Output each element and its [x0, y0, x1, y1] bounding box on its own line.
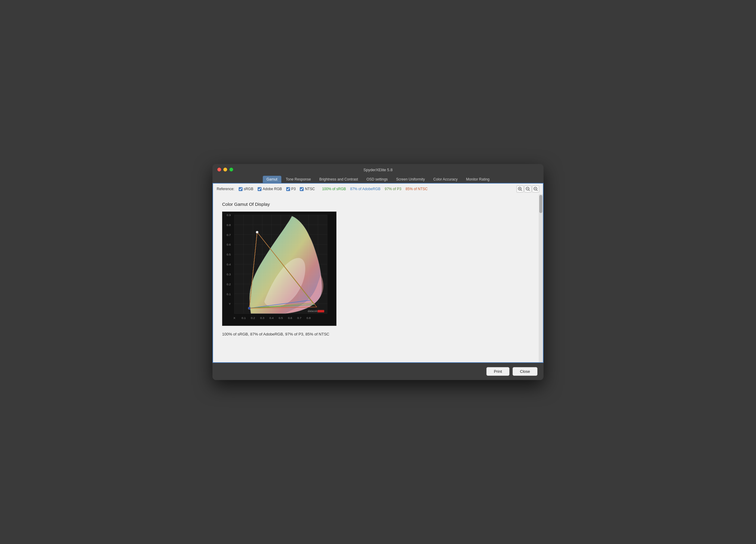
zoom-out-button[interactable]: [524, 185, 531, 193]
svg-text:0.5: 0.5: [227, 253, 231, 256]
svg-text:0.1: 0.1: [227, 292, 231, 296]
ntsc-coverage: 85% of NTSC: [406, 187, 428, 191]
svg-text:0.2: 0.2: [251, 316, 255, 320]
svg-text:0.9: 0.9: [227, 213, 231, 217]
p3-checkbox[interactable]: [286, 187, 290, 191]
svg-text:0.8: 0.8: [227, 223, 231, 227]
tab-osd-settings[interactable]: OSD settings: [363, 176, 392, 183]
svg-text:0.7: 0.7: [227, 233, 231, 236]
footer-bar: Print Close: [212, 363, 544, 380]
p3-coverage: 97% of P3: [385, 187, 401, 191]
zoom-reset-button[interactable]: [532, 185, 539, 193]
svg-text:0.2: 0.2: [227, 283, 231, 286]
coverage-items: 100% of sRGB 87% of AdobeRGB 97% of P3 8…: [322, 187, 428, 191]
svg-text:0.7: 0.7: [297, 316, 302, 320]
svg-text:0.6: 0.6: [288, 316, 292, 320]
zoom-in-icon: [518, 187, 522, 191]
srgb-coverage: 100% of sRGB: [322, 187, 346, 191]
svg-text:X: X: [233, 316, 235, 320]
svg-text:0.3: 0.3: [260, 316, 264, 320]
p3-label: P3: [291, 187, 296, 191]
close-button[interactable]: [217, 168, 221, 172]
tab-color-accuracy[interactable]: Color Accuracy: [429, 176, 462, 183]
tab-tone-response[interactable]: Tone Response: [282, 176, 315, 183]
ntsc-checkbox[interactable]: [300, 187, 304, 191]
gamut-description: 100% of sRGB, 87% of AdobeRGB, 97% of P3…: [222, 332, 534, 336]
maximize-button[interactable]: [229, 168, 233, 172]
tab-gamut[interactable]: Gamut: [263, 176, 281, 183]
svg-point-8: [535, 188, 536, 189]
svg-text:0.4: 0.4: [227, 263, 231, 266]
scrollbar-track[interactable]: [539, 194, 543, 362]
svg-rect-60: [318, 310, 324, 312]
application-window: SpyderXElite 5.8 Gamut Tone Response Bri…: [212, 164, 544, 380]
adobe-rgb-checkbox[interactable]: [258, 187, 262, 191]
svg-point-57: [256, 231, 258, 233]
ntsc-label: NTSC: [305, 187, 315, 191]
adobe-coverage: 87% of AdobeRGB: [350, 187, 381, 191]
reference-bar: Reference: sRGB Adobe RGB P3 NTSC 100% o…: [212, 183, 544, 194]
svg-line-3: [521, 190, 522, 191]
content-area: Color Gamut Of Display: [212, 194, 544, 363]
p3-checkbox-item[interactable]: P3: [286, 187, 296, 191]
svg-point-58: [248, 307, 251, 309]
zoom-controls: [516, 185, 539, 193]
srgb-checkbox[interactable]: [239, 187, 243, 191]
adobe-rgb-checkbox-item[interactable]: Adobe RGB: [258, 187, 282, 191]
title-bar: SpyderXElite 5.8: [212, 164, 544, 175]
zoom-out-icon: [526, 187, 530, 191]
zoom-in-button[interactable]: [516, 185, 524, 193]
svg-text:0.8: 0.8: [307, 316, 311, 320]
tab-bar: Gamut Tone Response Brightness and Contr…: [212, 175, 544, 183]
svg-line-9: [537, 190, 538, 191]
gamut-chart: 0.9 0.8 0.7 0.6 0.5 0.4 0.3 0.2 0.1 Y X …: [222, 212, 336, 326]
srgb-label: sRGB: [244, 187, 253, 191]
svg-line-6: [529, 190, 530, 191]
window-title: SpyderXElite 5.8: [364, 168, 393, 172]
close-button-footer[interactable]: Close: [513, 367, 538, 376]
srgb-checkbox-item[interactable]: sRGB: [239, 187, 253, 191]
svg-text:Y: Y: [229, 302, 231, 305]
traffic-lights: [217, 168, 233, 172]
adobe-rgb-label: Adobe RGB: [263, 187, 282, 191]
svg-text:0.1: 0.1: [242, 316, 246, 320]
tab-screen-uniformity[interactable]: Screen Uniformity: [392, 176, 429, 183]
svg-text:datacolor: datacolor: [308, 310, 319, 313]
tab-monitor-rating[interactable]: Monitor Rating: [462, 176, 493, 183]
tab-brightness-contrast[interactable]: Brightness and Contrast: [315, 176, 362, 183]
scrollbar-thumb[interactable]: [539, 195, 542, 213]
svg-text:0.3: 0.3: [227, 273, 231, 276]
svg-text:0.4: 0.4: [269, 316, 274, 320]
svg-text:0.5: 0.5: [279, 316, 283, 320]
section-title: Color Gamut Of Display: [222, 202, 534, 207]
cie-chart-svg: 0.9 0.8 0.7 0.6 0.5 0.4 0.3 0.2 0.1 Y X …: [222, 212, 336, 326]
reference-label: Reference:: [217, 187, 234, 191]
minimize-button[interactable]: [223, 168, 227, 172]
zoom-reset-icon: [534, 187, 538, 191]
print-button[interactable]: Print: [486, 367, 510, 376]
svg-text:0.6: 0.6: [227, 243, 231, 246]
ntsc-checkbox-item[interactable]: NTSC: [300, 187, 315, 191]
